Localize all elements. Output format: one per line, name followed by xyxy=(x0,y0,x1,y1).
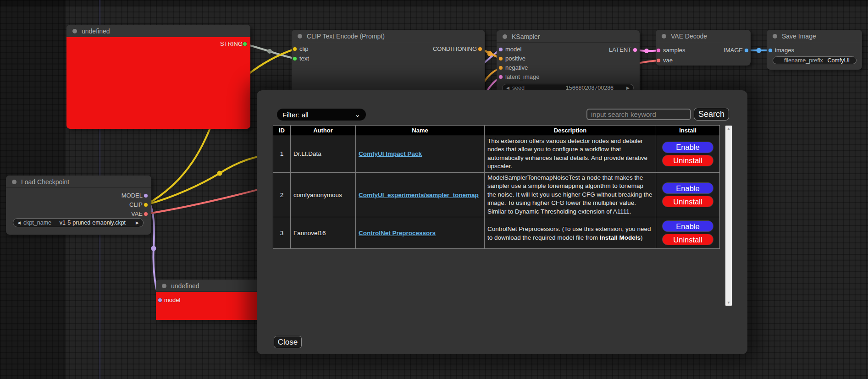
search-button[interactable]: Search xyxy=(694,108,729,121)
node-title-bar[interactable]: VAE Decode xyxy=(656,30,751,42)
seed-decrement-icon[interactable]: ◀ xyxy=(506,86,509,90)
column-header-author: Author xyxy=(291,126,356,135)
output-label-string: STRING xyxy=(220,40,243,47)
node-title: VAE Decode xyxy=(671,33,707,40)
node-title: Save Image xyxy=(782,33,816,40)
uninstall-button[interactable]: Uninstall xyxy=(662,155,713,166)
node-status-dot[interactable] xyxy=(662,34,666,38)
ckpt-next-icon[interactable]: ▶ xyxy=(136,220,139,225)
filename-prefix-label: filename_prefix xyxy=(784,57,823,64)
input-port-vae[interactable] xyxy=(656,58,661,63)
enable-button[interactable]: Enable xyxy=(662,142,713,153)
ckpt-prev-icon[interactable]: ◀ xyxy=(17,220,21,225)
input-port-negative[interactable] xyxy=(498,66,503,70)
input-label-images: images xyxy=(775,47,794,54)
input-port-latent-image[interactable] xyxy=(498,75,503,79)
input-label-model: model xyxy=(164,297,180,303)
node-body: MODEL CLIP VAE ◀ ckpt_name v1-5-pruned-e… xyxy=(6,188,151,235)
output-port-clip[interactable] xyxy=(144,203,148,207)
output-label-vae: VAE xyxy=(131,210,143,217)
scroll-down-icon[interactable]: ▼ xyxy=(727,300,730,306)
output-port-vae[interactable] xyxy=(144,212,148,216)
node-save-image[interactable]: Save Image images filename_prefix ComfyU… xyxy=(767,30,862,70)
node-body: samples vae IMAGE xyxy=(656,42,751,66)
output-label-image: IMAGE xyxy=(724,47,743,54)
input-port-model[interactable] xyxy=(158,298,162,302)
cell-author: Dr.Lt.Data xyxy=(291,135,356,173)
output-port-image[interactable] xyxy=(744,48,749,53)
node-status-dot[interactable] xyxy=(162,284,166,288)
node-undefined-string[interactable]: undefined STRING xyxy=(66,25,250,129)
scroll-up-icon[interactable]: ▲ xyxy=(727,126,730,132)
ckpt-name-label: ckpt_name xyxy=(23,220,51,226)
node-status-dot[interactable] xyxy=(72,29,77,33)
cell-description: ModelSamplerTonemapNoiseTest a node that… xyxy=(485,173,656,217)
node-title-bar[interactable]: KSampler xyxy=(497,30,640,43)
close-button[interactable]: Close xyxy=(274,336,302,348)
input-label-negative: negative xyxy=(505,64,528,71)
node-status-dot[interactable] xyxy=(12,180,17,184)
output-label-latent: LATENT xyxy=(609,46,631,53)
node-status-dot[interactable] xyxy=(773,34,777,38)
chevron-down-icon: ⌄ xyxy=(354,112,360,117)
node-ksampler[interactable]: KSampler model positive negative latent_… xyxy=(497,30,640,94)
node-body: model positive negative latent_image LAT… xyxy=(497,43,640,94)
uninstall-button[interactable]: Uninstall xyxy=(662,196,713,207)
uninstall-button[interactable]: Uninstall xyxy=(662,234,713,245)
seed-increment-icon[interactable]: ▶ xyxy=(626,86,630,90)
cell-description: ControlNet Preprocessors. (To use this e… xyxy=(485,217,656,249)
extensions-table: ID Author Name Description Install 1 Dr.… xyxy=(273,125,720,249)
output-label-clip: CLIP xyxy=(129,201,143,208)
output-port-string[interactable] xyxy=(243,42,247,46)
node-title-bar[interactable]: Load Checkpoint xyxy=(6,176,151,188)
input-port-images[interactable] xyxy=(768,48,773,53)
input-label-samples: samples xyxy=(663,47,685,54)
cell-id: 3 xyxy=(273,217,291,249)
extension-link[interactable]: ComfyUI Impact Pack xyxy=(359,150,422,157)
input-label-vae: vae xyxy=(663,57,673,64)
node-body: STRING xyxy=(66,37,250,129)
search-input[interactable] xyxy=(586,109,691,120)
input-port-samples[interactable] xyxy=(656,48,661,53)
ckpt-name-value[interactable]: v1-5-pruned-emaonly.ckpt xyxy=(60,220,126,226)
node-status-dot[interactable] xyxy=(298,34,302,38)
node-status-dot[interactable] xyxy=(503,34,507,39)
custom-nodes-manager-dialog: Filter: all ⌄ Search ID Author Name Desc… xyxy=(257,90,747,354)
enable-button[interactable]: Enable xyxy=(662,182,713,194)
filter-select[interactable]: Filter: all ⌄ xyxy=(277,109,366,121)
cell-id: 1 xyxy=(273,135,291,173)
output-port-latent[interactable] xyxy=(633,48,637,52)
table-row: 3 Fannovel16 ControlNet Preprocessors Co… xyxy=(273,217,720,249)
table-scrollbar[interactable]: ▲ ▼ xyxy=(725,126,732,306)
node-graph-canvas[interactable]: undefined STRING CLIP Text Encode (Promp… xyxy=(0,0,868,379)
input-port-clip[interactable] xyxy=(293,47,297,51)
input-port-text[interactable] xyxy=(293,56,297,61)
column-header-name: Name xyxy=(356,126,485,135)
column-header-description: Description xyxy=(485,126,656,135)
node-title-bar[interactable]: Save Image xyxy=(767,30,862,42)
input-port-positive[interactable] xyxy=(498,56,503,61)
input-port-model[interactable] xyxy=(498,47,503,52)
output-port-model[interactable] xyxy=(144,193,148,198)
extension-link[interactable]: ComfyUI_experiments/sampler_tonemap xyxy=(359,192,479,198)
node-title-bar[interactable]: undefined xyxy=(66,25,250,37)
cell-author: comfyanonymous xyxy=(291,173,356,217)
column-header-install: Install xyxy=(656,126,720,135)
node-vae-decode[interactable]: VAE Decode samples vae IMAGE xyxy=(656,30,751,66)
filename-prefix-value[interactable]: ComfyUI xyxy=(827,57,850,64)
enable-button[interactable]: Enable xyxy=(662,220,713,232)
output-port-conditioning[interactable] xyxy=(478,47,482,51)
column-header-id: ID xyxy=(273,126,291,135)
output-label-model: MODEL xyxy=(122,192,143,199)
node-title-bar[interactable]: CLIP Text Encode (Prompt) xyxy=(292,30,485,42)
extension-link[interactable]: ControlNet Preprocessors xyxy=(359,230,436,236)
filename-prefix-widget[interactable]: filename_prefix ComfyUI xyxy=(773,56,857,64)
table-row: 2 comfyanonymous ComfyUI_experiments/sam… xyxy=(273,173,720,217)
input-label-latent-image: latent_image xyxy=(505,73,539,80)
ckpt-name-widget[interactable]: ◀ ckpt_name v1-5-pruned-emaonly.ckpt ▶ xyxy=(13,218,144,227)
filter-select-value: Filter: all xyxy=(282,111,309,119)
cell-description: This extension offers various detector n… xyxy=(485,135,656,173)
node-title: undefined xyxy=(171,282,199,290)
node-load-checkpoint[interactable]: Load Checkpoint MODEL CLIP VAE ◀ ckpt_na… xyxy=(6,176,151,235)
node-title: CLIP Text Encode (Prompt) xyxy=(307,33,385,40)
